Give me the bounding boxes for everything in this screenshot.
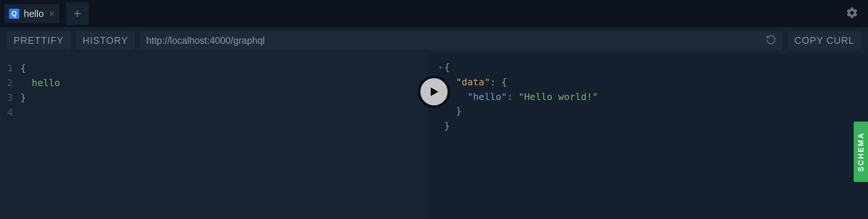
schema-tab[interactable]: SCHEMA xyxy=(854,122,868,182)
tab-bar: Q hello × xyxy=(0,0,868,27)
tab-hello[interactable]: Q hello × xyxy=(5,4,59,23)
tab-title: hello xyxy=(24,8,44,19)
execute-button[interactable] xyxy=(418,76,450,108)
brace-open: { xyxy=(20,63,26,74)
response-key: "hello" xyxy=(467,91,507,102)
plus-icon xyxy=(72,9,82,19)
line-number: 1 xyxy=(0,61,13,76)
response-text: } xyxy=(456,106,462,117)
settings-button[interactable] xyxy=(846,6,859,21)
reload-icon xyxy=(766,34,776,45)
close-icon[interactable]: × xyxy=(49,9,55,19)
response-pane: ▼{ "data": { "hello": "Hello world!" } } xyxy=(429,54,868,219)
brace-close: } xyxy=(20,92,26,103)
toolbar: PRETTIFY HISTORY COPY CURL xyxy=(0,27,868,54)
line-number: 3 xyxy=(0,91,13,105)
response-key: "data" xyxy=(456,77,490,88)
reload-button[interactable] xyxy=(766,34,776,46)
response-value: "Hello world!" xyxy=(519,91,598,102)
fold-toggle-icon[interactable]: ▼ xyxy=(439,64,444,72)
response-text: : xyxy=(507,91,519,102)
response-text: } xyxy=(444,120,450,131)
new-tab-button[interactable] xyxy=(66,2,89,25)
editor-area: 1 2 3 4 { hello } ▼{ "data": { "hello": … xyxy=(0,54,868,219)
query-icon: Q xyxy=(9,9,19,19)
response-text: : { xyxy=(490,77,507,88)
line-number: 4 xyxy=(0,105,13,120)
schema-tab-label: SCHEMA xyxy=(857,132,865,172)
endpoint-input[interactable] xyxy=(146,35,766,46)
query-field: hello xyxy=(32,77,60,88)
prettify-button[interactable]: PRETTIFY xyxy=(7,31,71,50)
response-text: { xyxy=(444,62,450,73)
query-code: { hello } xyxy=(19,61,60,219)
copy-curl-button[interactable]: COPY CURL xyxy=(788,31,861,50)
play-icon xyxy=(428,85,440,98)
history-button[interactable]: HISTORY xyxy=(76,31,135,50)
gear-icon xyxy=(846,6,859,19)
line-number: 2 xyxy=(0,76,13,91)
query-editor[interactable]: 1 2 3 4 { hello } xyxy=(0,54,429,219)
svg-marker-2 xyxy=(431,88,439,96)
line-gutter: 1 2 3 4 xyxy=(0,61,19,219)
url-bar xyxy=(140,31,783,50)
